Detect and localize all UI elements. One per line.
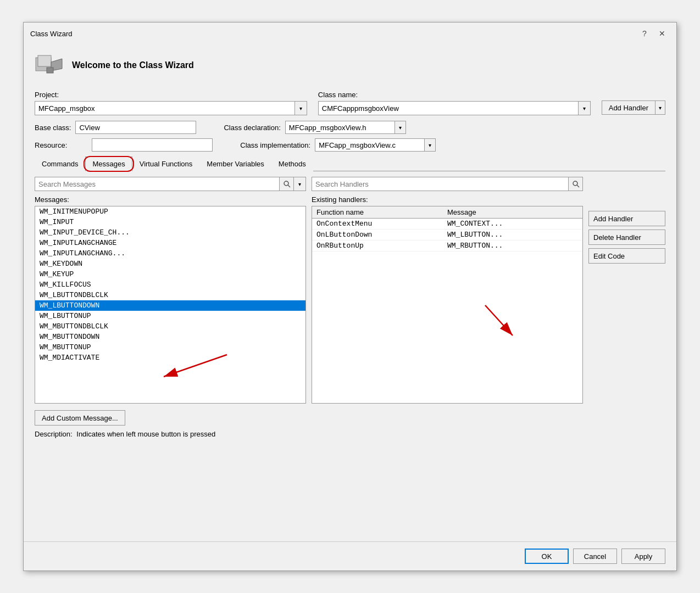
tab-messages[interactable]: Messages: [85, 156, 132, 171]
svg-line-5: [288, 185, 290, 187]
handler-col-fn-header: Function name: [316, 208, 447, 216]
handler-function-cell: OnLButtonDown: [316, 231, 447, 239]
cancel-button[interactable]: Cancel: [573, 549, 617, 564]
svg-rect-3: [47, 68, 53, 73]
messages-list-item[interactable]: WM_INPUTLANGCHANGE: [35, 238, 305, 248]
svg-rect-1: [38, 55, 51, 66]
classimpl-input[interactable]: [315, 138, 425, 152]
messages-list-item[interactable]: WM_KEYDOWN: [35, 259, 305, 269]
messages-list-item[interactable]: WM_INPUTLANGCHANG...: [35, 248, 305, 259]
svg-point-6: [573, 181, 577, 186]
resource-group: Resource:: [35, 138, 213, 152]
handler-message-cell: WM_CONTEXT...: [447, 220, 578, 228]
classname-dropdown-btn[interactable]: ▾: [579, 101, 591, 115]
class-wizard-dialog: Class Wizard ? ✕ Welcome to the Class Wi…: [23, 22, 677, 571]
classdecl-input[interactable]: [285, 121, 395, 134]
close-button[interactable]: ✕: [654, 27, 670, 40]
addclass-btn-row: Add Handler ▾: [602, 100, 665, 115]
apply-button[interactable]: Apply: [621, 549, 665, 564]
handlers-search-btn[interactable]: [569, 177, 583, 191]
messages-list-item[interactable]: WM_LBUTTONDBLCLK: [35, 290, 305, 300]
messages-list-label: Messages:: [35, 195, 306, 204]
classdecl-input-row: ▾: [285, 121, 406, 134]
messages-search-dropdown[interactable]: ▾: [294, 177, 306, 191]
messages-list-item[interactable]: WM_MBUTTONDOWN: [35, 332, 305, 342]
bottom-section: Add Custom Message... Description: Indic…: [35, 410, 665, 438]
add-handler-button[interactable]: Add Handler: [588, 211, 665, 226]
side-buttons: Add Handler Delete Handler Edit Code: [588, 195, 665, 404]
handler-function-cell: OnContextMenu: [316, 220, 447, 228]
resource-label: Resource:: [35, 141, 67, 149]
main-lists-area: Messages: WM_INITMENUPOPUPWM_INPUTWM_INP…: [35, 195, 665, 404]
classname-input-row: ▾: [318, 101, 591, 115]
wizard-icon: [35, 51, 63, 80]
add-class-button[interactable]: Add Handler: [602, 100, 655, 115]
handler-row[interactable]: OnContextMenuWM_CONTEXT...: [312, 219, 582, 230]
messages-list-item[interactable]: WM_MBUTTONDBLCLK: [35, 321, 305, 332]
messages-search-btn[interactable]: [280, 177, 294, 191]
messages-list-item[interactable]: WM_INITMENUPOPUP: [35, 206, 305, 217]
messages-list-item[interactable]: WM_MDIACTIVATE: [35, 353, 305, 363]
side-buttons-spacer: [588, 177, 665, 191]
wizard-title: Welcome to the Class Wizard: [72, 60, 194, 70]
edit-code-button[interactable]: Edit Code: [588, 248, 665, 264]
messages-list-item[interactable]: WM_MBUTTONUP: [35, 342, 305, 353]
addclass-group: Add Handler ▾: [602, 91, 665, 115]
search-icon: [283, 180, 291, 188]
help-button[interactable]: ?: [637, 27, 652, 40]
resource-input[interactable]: [92, 138, 213, 152]
classname-input[interactable]: [318, 101, 579, 115]
messages-list-item[interactable]: WM_LBUTTONDOWN: [35, 300, 305, 311]
classdecl-label: Class declaration:: [224, 124, 280, 132]
handlers-rows: OnContextMenuWM_CONTEXT...OnLButtonDownW…: [312, 219, 582, 251]
handlers-section: Existing handlers: Function name Message…: [312, 195, 583, 404]
handler-message-cell: WM_LBUTTON...: [447, 231, 578, 239]
classimpl-dropdown-btn[interactable]: ▾: [425, 138, 436, 152]
classdecl-dropdown-btn[interactable]: ▾: [395, 121, 406, 134]
classimpl-input-row: ▾: [315, 138, 436, 152]
classimpl-label: Class implementation:: [240, 141, 310, 149]
handler-message-cell: WM_RBUTTON...: [447, 242, 578, 250]
description-row: Description: Indicates when left mouse b…: [35, 430, 665, 438]
handler-row[interactable]: OnLButtonDownWM_LBUTTON...: [312, 230, 582, 240]
tab-member-variables[interactable]: Member Variables: [199, 156, 271, 171]
header-section: Welcome to the Class Wizard: [35, 51, 665, 80]
add-class-split-btn[interactable]: ▾: [655, 100, 665, 115]
handler-function-cell: OnRButtonUp: [316, 242, 447, 250]
classname-label: Class name:: [318, 91, 591, 99]
add-custom-message-button[interactable]: Add Custom Message...: [35, 410, 125, 426]
tab-mv-label: Member Variables: [207, 160, 264, 168]
tab-commands[interactable]: Commands: [35, 156, 85, 171]
project-group: Project: ▾: [35, 91, 307, 115]
baseclass-row: Base class: Class declaration: ▾: [35, 121, 665, 134]
svg-point-4: [284, 181, 288, 186]
ok-button[interactable]: OK: [525, 549, 569, 564]
messages-list-item[interactable]: WM_KILLFOCUS: [35, 279, 305, 290]
search-icon: [572, 180, 580, 188]
baseclass-input[interactable]: [75, 121, 196, 134]
tab-virtual-functions[interactable]: Virtual Functions: [132, 156, 200, 171]
delete-handler-button[interactable]: Delete Handler: [588, 230, 665, 245]
description-label: Description:: [35, 430, 73, 438]
handler-row[interactable]: OnRButtonUpWM_RBUTTON...: [312, 240, 582, 251]
project-dropdown-btn[interactable]: ▾: [295, 101, 307, 115]
handlers-header: Function name Message: [312, 206, 582, 219]
messages-list-box[interactable]: WM_INITMENUPOPUPWM_INPUTWM_INPUT_DEVICE_…: [35, 206, 306, 404]
messages-list-item[interactable]: WM_INPUT_DEVICE_CH...: [35, 227, 305, 238]
messages-search-group: ▾: [35, 177, 306, 191]
project-input-row: ▾: [35, 101, 307, 115]
messages-list-item[interactable]: WM_KEYUP: [35, 269, 305, 279]
baseclass-label: Base class:: [35, 124, 71, 132]
project-input[interactable]: [35, 101, 295, 115]
messages-section: Messages: WM_INITMENUPOPUPWM_INPUTWM_INP…: [35, 195, 306, 404]
tab-methods[interactable]: Methods: [271, 156, 313, 171]
classname-group: Class name: ▾: [318, 91, 591, 115]
project-label: Project:: [35, 91, 307, 99]
messages-list-item[interactable]: WM_LBUTTONUP: [35, 311, 305, 321]
tab-commands-label: Commands: [42, 160, 78, 168]
handlers-search-input[interactable]: [312, 177, 569, 191]
handlers-list-label: Existing handlers:: [312, 195, 583, 204]
messages-list-item[interactable]: WM_INPUT: [35, 217, 305, 227]
handlers-search-group: [312, 177, 583, 191]
messages-search-input[interactable]: [35, 177, 280, 191]
